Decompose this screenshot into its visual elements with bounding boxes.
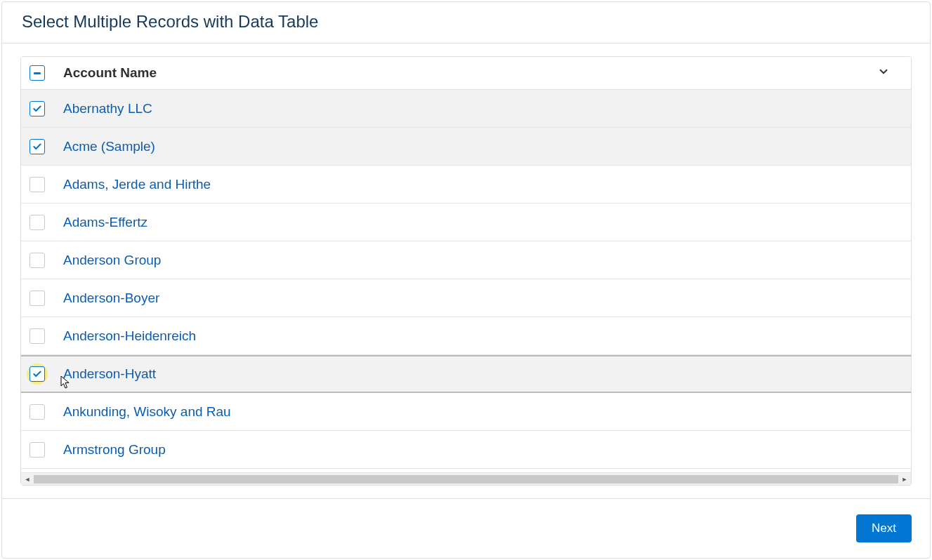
table-header-row: Account Name (21, 57, 911, 90)
row-checkbox[interactable] (29, 366, 45, 382)
table-row[interactable]: Anderson-Heidenreich (21, 317, 911, 355)
card-footer: Next (2, 498, 930, 558)
row-checkbox-wrap (28, 139, 49, 154)
row-checkbox-wrap (28, 328, 49, 344)
rows-scroll[interactable]: Abernathy LLCAcme (Sample)Adams, Jerde a… (21, 90, 911, 472)
row-checkbox[interactable] (29, 291, 45, 306)
account-link[interactable]: Anderson-Heidenreich (63, 328, 196, 344)
table-row[interactable]: Acme (Sample) (21, 128, 911, 166)
account-link[interactable]: Anderson Group (63, 253, 161, 268)
account-link[interactable]: Anderson-Hyatt (63, 366, 156, 382)
table-row[interactable]: Armstrong Group (21, 431, 911, 469)
row-checkbox[interactable] (29, 404, 45, 420)
table-row[interactable]: Adams-Effertz (21, 204, 911, 241)
horizontal-scrollbar[interactable]: ◄ ► (21, 472, 911, 485)
hscroll-thumb[interactable] (34, 475, 898, 484)
rows-viewport: Abernathy LLCAcme (Sample)Adams, Jerde a… (21, 90, 911, 472)
row-checkbox-wrap (28, 442, 49, 458)
row-checkbox-wrap (28, 404, 49, 420)
table-row[interactable]: Anderson-Hyatt (21, 355, 911, 393)
select-all-checkbox[interactable] (29, 65, 45, 81)
table-row[interactable]: Adams, Jerde and Hirthe (21, 166, 911, 204)
account-link[interactable]: Acme (Sample) (63, 139, 155, 154)
data-table: Account Name Abernathy LLCAcme (Sample)A… (20, 56, 912, 486)
card-body: Account Name Abernathy LLCAcme (Sample)A… (2, 44, 930, 498)
account-link[interactable]: Armstrong Group (63, 442, 166, 458)
account-link[interactable]: Anderson-Boyer (63, 291, 159, 306)
row-checkbox-wrap (28, 253, 49, 268)
page-title: Select Multiple Records with Data Table (22, 12, 910, 32)
column-menu-icon[interactable] (877, 65, 890, 81)
row-checkbox-wrap (28, 215, 49, 230)
row-checkbox[interactable] (29, 328, 45, 344)
column-header-account-name[interactable]: Account Name (63, 65, 877, 81)
row-checkbox-wrap (28, 101, 49, 116)
row-checkbox[interactable] (29, 442, 45, 458)
row-checkbox[interactable] (29, 177, 45, 192)
account-link[interactable]: Adams, Jerde and Hirthe (63, 177, 211, 192)
modal-card: Select Multiple Records with Data Table … (1, 1, 931, 559)
table-row[interactable]: Anderson-Boyer (21, 279, 911, 317)
row-checkbox[interactable] (29, 139, 45, 154)
account-link[interactable]: Abernathy LLC (63, 101, 152, 116)
table-row[interactable]: Anderson Group (21, 241, 911, 279)
row-checkbox[interactable] (29, 101, 45, 116)
next-button[interactable]: Next (856, 514, 912, 542)
table-row[interactable]: Abernathy LLC (21, 90, 911, 128)
row-checkbox[interactable] (29, 253, 45, 268)
account-link[interactable]: Adams-Effertz (63, 215, 147, 230)
select-all-checkbox-wrap (28, 65, 49, 81)
card-header: Select Multiple Records with Data Table (2, 2, 930, 44)
hscroll-right-arrow[interactable]: ► (898, 473, 911, 486)
hscroll-left-arrow[interactable]: ◄ (21, 473, 34, 486)
row-checkbox-wrap (28, 366, 49, 382)
table-row[interactable]: Ankunding, Wisoky and Rau (21, 393, 911, 431)
row-checkbox[interactable] (29, 215, 45, 230)
account-link[interactable]: Ankunding, Wisoky and Rau (63, 404, 231, 420)
row-checkbox-wrap (28, 291, 49, 306)
row-checkbox-wrap (28, 177, 49, 192)
